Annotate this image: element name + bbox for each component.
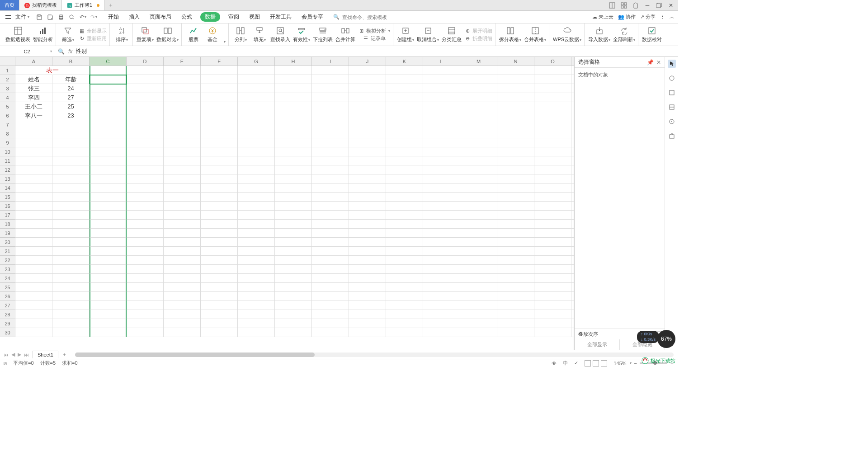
col-header-A[interactable]: A [15, 57, 52, 66]
cell-J19[interactable] [349, 229, 386, 238]
cell-J9[interactable] [349, 138, 386, 147]
cell-L15[interactable] [423, 193, 460, 202]
cell-O8[interactable] [534, 129, 571, 138]
row-header-14[interactable]: 14 [0, 183, 15, 193]
cell-P11[interactable] [571, 156, 574, 165]
cell-O15[interactable] [534, 193, 571, 202]
cell-G29[interactable] [238, 319, 275, 328]
cell-N2[interactable] [497, 75, 534, 84]
split-table-button[interactable]: 拆分表格▾ [499, 26, 521, 43]
cell-H5[interactable] [275, 102, 312, 111]
cell-G27[interactable] [238, 301, 275, 310]
tab-review[interactable]: 审阅 [226, 11, 241, 23]
cell-K4[interactable] [386, 93, 423, 102]
ungroup-button[interactable]: 取消组合▾ [417, 26, 439, 43]
cell-M17[interactable] [460, 211, 497, 220]
cell-F20[interactable] [201, 238, 238, 247]
tab-start[interactable]: 开始 [106, 11, 121, 23]
cell-C28[interactable] [90, 310, 127, 319]
row-header-27[interactable]: 27 [0, 301, 15, 310]
cell-B17[interactable] [52, 211, 90, 220]
cell-N16[interactable] [497, 202, 534, 211]
cell-A18[interactable] [15, 220, 52, 229]
cell-L28[interactable] [423, 310, 460, 319]
search-icon[interactable]: 🔍 [333, 14, 340, 20]
cell-K16[interactable] [386, 202, 423, 211]
cell-I19[interactable] [312, 229, 349, 238]
row-header-24[interactable]: 24 [0, 274, 15, 283]
cell-H16[interactable] [275, 202, 312, 211]
analysis-tool-icon[interactable] [668, 118, 676, 126]
cell-I20[interactable] [312, 238, 349, 247]
cell-O28[interactable] [534, 310, 571, 319]
cell-P28[interactable] [571, 310, 574, 319]
cell-O17[interactable] [534, 211, 571, 220]
row-header-1[interactable]: 1 [0, 66, 15, 75]
cell-O9[interactable] [534, 138, 571, 147]
cell-O16[interactable] [534, 202, 571, 211]
cell-F25[interactable] [201, 283, 238, 292]
spell-icon[interactable]: ✓ [574, 360, 578, 366]
cell-N21[interactable] [497, 247, 534, 256]
col-header-I[interactable]: I [312, 57, 349, 66]
cell-H6[interactable] [275, 111, 312, 120]
cell-C18[interactable] [90, 220, 127, 229]
cell-F12[interactable] [201, 165, 238, 174]
cell-C5[interactable] [90, 102, 127, 111]
cell-H3[interactable] [275, 84, 312, 93]
file-menu[interactable]: 文件▾ [15, 13, 29, 21]
cell-D5[interactable] [127, 102, 164, 111]
cell-D12[interactable] [127, 165, 164, 174]
cell-K24[interactable] [386, 274, 423, 283]
cell-O19[interactable] [534, 229, 571, 238]
cell-A15[interactable] [15, 193, 52, 202]
cell-L27[interactable] [423, 301, 460, 310]
cell-J6[interactable] [349, 111, 386, 120]
cell-H8[interactable] [275, 129, 312, 138]
cell-G10[interactable] [238, 147, 275, 156]
cell-E8[interactable] [164, 129, 201, 138]
cell-C6[interactable] [90, 111, 127, 120]
cell-M13[interactable] [460, 174, 497, 183]
row-header-9[interactable]: 9 [0, 138, 15, 147]
cell-B2[interactable]: 年龄 [52, 75, 90, 84]
cell-K20[interactable] [386, 238, 423, 247]
cell-O26[interactable] [534, 292, 571, 301]
cell-M23[interactable] [460, 265, 497, 274]
cell-J2[interactable] [349, 75, 386, 84]
tab-template[interactable]: D 找稻壳模板 [19, 0, 62, 10]
cell-I5[interactable] [312, 102, 349, 111]
stock-button[interactable]: 股票 [185, 26, 202, 43]
cell-C17[interactable] [90, 211, 127, 220]
consolidate-button[interactable]: 合并计算 [335, 26, 355, 43]
cell-J1[interactable] [349, 66, 386, 75]
cell-P9[interactable] [571, 138, 574, 147]
cell-D28[interactable] [127, 310, 164, 319]
cell-D2[interactable] [127, 75, 164, 84]
cell-E22[interactable] [164, 256, 201, 265]
property-tool-icon[interactable] [668, 103, 676, 111]
cell-K5[interactable] [386, 102, 423, 111]
cell-H1[interactable] [275, 66, 312, 75]
cell-B25[interactable] [52, 283, 90, 292]
backup-tool-icon[interactable] [668, 132, 676, 140]
data-proof-button[interactable]: 数据校对 [642, 26, 662, 43]
cell-H26[interactable] [275, 292, 312, 301]
cell-D29[interactable] [127, 319, 164, 328]
cell-B12[interactable] [52, 165, 90, 174]
cell-P25[interactable] [571, 283, 574, 292]
cell-N25[interactable] [497, 283, 534, 292]
cell-H21[interactable] [275, 247, 312, 256]
cell-K26[interactable] [386, 292, 423, 301]
row-header-29[interactable]: 29 [0, 319, 15, 328]
cell-H23[interactable] [275, 265, 312, 274]
cell-N7[interactable] [497, 120, 534, 129]
cell-F2[interactable] [201, 75, 238, 84]
cell-K3[interactable] [386, 84, 423, 93]
cell-F6[interactable] [201, 111, 238, 120]
cell-J27[interactable] [349, 301, 386, 310]
cell-O12[interactable] [534, 165, 571, 174]
cell-N26[interactable] [497, 292, 534, 301]
col-header-F[interactable]: F [201, 57, 238, 66]
cell-L22[interactable] [423, 256, 460, 265]
